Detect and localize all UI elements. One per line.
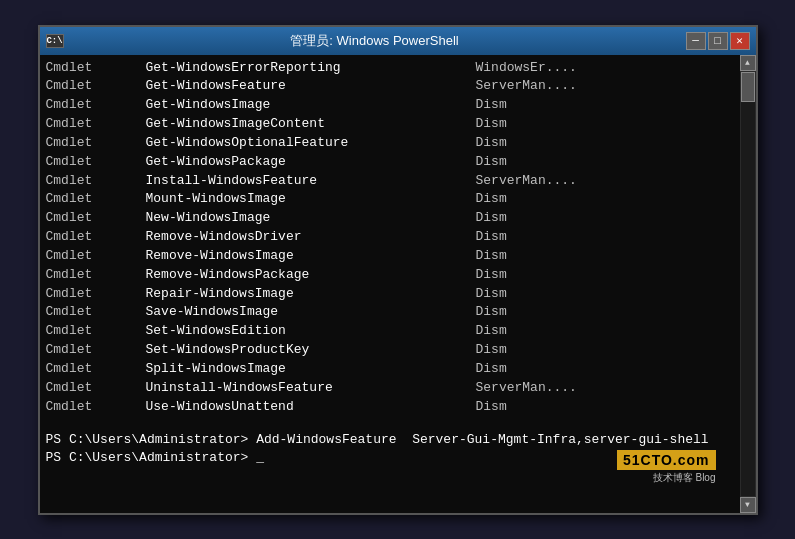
cmd-name-cell: Remove-WindowsPackage (146, 266, 476, 285)
watermark-logo: 51CTO.com (617, 450, 716, 470)
cmd-type-cell: Cmdlet (46, 266, 146, 285)
cmd-type-cell: Cmdlet (46, 134, 146, 153)
prompt-line-1: PS C:\Users\Administrator> Add-WindowsFe… (46, 431, 734, 450)
cmd-type-cell: Cmdlet (46, 228, 146, 247)
table-row: CmdletRemove-WindowsPackageDism (46, 266, 734, 285)
cmd-name-cell: Use-WindowsUnattend (146, 398, 476, 417)
table-row: CmdletUse-WindowsUnattendDism (46, 398, 734, 417)
cmd-module-cell: Dism (476, 266, 507, 285)
cmd-name-cell: Remove-WindowsDriver (146, 228, 476, 247)
table-row: CmdletRemove-WindowsImageDism (46, 247, 734, 266)
title-bar: C:\ 管理员: Windows PowerShell ─ □ ✕ (40, 27, 756, 55)
cmd-module-cell: Dism (476, 341, 507, 360)
cmd-name-cell: Get-WindowsErrorReporting (146, 59, 476, 78)
window-title: 管理员: Windows PowerShell (64, 32, 686, 50)
cmd-module-cell: Dism (476, 228, 507, 247)
cmd-type-cell: Cmdlet (46, 96, 146, 115)
cmd-module-cell: ServerMan.... (476, 77, 577, 96)
cmd-type-cell: Cmdlet (46, 115, 146, 134)
cmd-name-cell: New-WindowsImage (146, 209, 476, 228)
cmd-module-cell: Dism (476, 360, 507, 379)
cmd-module-cell: WindowsEr.... (476, 59, 577, 78)
table-row: CmdletSet-WindowsProductKeyDism (46, 341, 734, 360)
maximize-button[interactable]: □ (708, 32, 728, 50)
cmd-type-cell: Cmdlet (46, 77, 146, 96)
blank-line (46, 417, 734, 431)
cmd-name-cell: Repair-WindowsImage (146, 285, 476, 304)
cmd-type-cell: Cmdlet (46, 379, 146, 398)
cmd-name-cell: Set-WindowsProductKey (146, 341, 476, 360)
close-button[interactable]: ✕ (730, 32, 750, 50)
table-row: CmdletRemove-WindowsDriverDism (46, 228, 734, 247)
cmd-type-cell: Cmdlet (46, 341, 146, 360)
watermark-sub: 技术博客 Blog (653, 471, 716, 485)
scroll-up-button[interactable]: ▲ (740, 55, 756, 71)
cmd-type-cell: Cmdlet (46, 360, 146, 379)
table-row: CmdletGet-WindowsImageContentDism (46, 115, 734, 134)
scrollbar[interactable]: ▲ ▼ (740, 55, 756, 513)
scroll-thumb[interactable] (741, 72, 755, 102)
window-icon: C:\ (46, 34, 64, 48)
cmd-type-cell: Cmdlet (46, 190, 146, 209)
cmd-module-cell: Dism (476, 322, 507, 341)
table-row: CmdletGet-WindowsImageDism (46, 96, 734, 115)
cmd-type-cell: Cmdlet (46, 285, 146, 304)
table-row: CmdletSave-WindowsImageDism (46, 303, 734, 322)
cmd-name-cell: Set-WindowsEdition (146, 322, 476, 341)
cmd-type-cell: Cmdlet (46, 59, 146, 78)
window-controls: ─ □ ✕ (686, 32, 750, 50)
cmd-name-cell: Split-WindowsImage (146, 360, 476, 379)
table-row: CmdletGet-WindowsErrorReportingWindowsEr… (46, 59, 734, 78)
cmd-module-cell: Dism (476, 96, 507, 115)
table-row: CmdletInstall-WindowsFeatureServerMan...… (46, 172, 734, 191)
cmd-module-cell: Dism (476, 247, 507, 266)
cmd-name-cell: Get-WindowsPackage (146, 153, 476, 172)
scroll-track[interactable] (741, 72, 755, 496)
scroll-down-button[interactable]: ▼ (740, 497, 756, 513)
cmd-type-cell: Cmdlet (46, 209, 146, 228)
table-row: CmdletGet-WindowsFeatureServerMan.... (46, 77, 734, 96)
cmd-name-cell: Get-WindowsImageContent (146, 115, 476, 134)
cmd-module-cell: Dism (476, 285, 507, 304)
cmd-name-cell: Save-WindowsImage (146, 303, 476, 322)
cmd-type-cell: Cmdlet (46, 398, 146, 417)
cmd-module-cell: Dism (476, 115, 507, 134)
cmd-type-cell: Cmdlet (46, 172, 146, 191)
cmd-name-cell: Remove-WindowsImage (146, 247, 476, 266)
cmd-module-cell: Dism (476, 398, 507, 417)
cmd-name-cell: Get-WindowsFeature (146, 77, 476, 96)
cmd-module-cell: Dism (476, 153, 507, 172)
table-row: CmdletSplit-WindowsImageDism (46, 360, 734, 379)
table-row: CmdletUninstall-WindowsFeatureServerMan.… (46, 379, 734, 398)
powershell-window: C:\ 管理员: Windows PowerShell ─ □ ✕ Cmdlet… (38, 25, 758, 515)
cmd-module-cell: Dism (476, 303, 507, 322)
cmd-module-cell: ServerMan.... (476, 172, 577, 191)
cmd-module-cell: Dism (476, 134, 507, 153)
cmd-name-cell: Install-WindowsFeature (146, 172, 476, 191)
cmd-name-cell: Get-WindowsImage (146, 96, 476, 115)
cmd-type-cell: Cmdlet (46, 247, 146, 266)
cmd-type-cell: Cmdlet (46, 153, 146, 172)
console-area: CmdletGet-WindowsErrorReportingWindowsEr… (40, 55, 756, 513)
cmd-module-cell: ServerMan.... (476, 379, 577, 398)
watermark: 51CTO.com 技术博客 Blog (617, 450, 716, 485)
table-row: CmdletNew-WindowsImageDism (46, 209, 734, 228)
table-row: CmdletRepair-WindowsImageDism (46, 285, 734, 304)
cmd-name-cell: Get-WindowsOptionalFeature (146, 134, 476, 153)
cmd-name-cell: Uninstall-WindowsFeature (146, 379, 476, 398)
minimize-button[interactable]: ─ (686, 32, 706, 50)
cmd-name-cell: Mount-WindowsImage (146, 190, 476, 209)
cmd-type-cell: Cmdlet (46, 303, 146, 322)
table-row: CmdletMount-WindowsImageDism (46, 190, 734, 209)
table-row: CmdletSet-WindowsEditionDism (46, 322, 734, 341)
console-output[interactable]: CmdletGet-WindowsErrorReportingWindowsEr… (40, 55, 740, 513)
table-row: CmdletGet-WindowsPackageDism (46, 153, 734, 172)
cmd-type-cell: Cmdlet (46, 322, 146, 341)
table-row: CmdletGet-WindowsOptionalFeatureDism (46, 134, 734, 153)
cmd-module-cell: Dism (476, 190, 507, 209)
cmd-module-cell: Dism (476, 209, 507, 228)
